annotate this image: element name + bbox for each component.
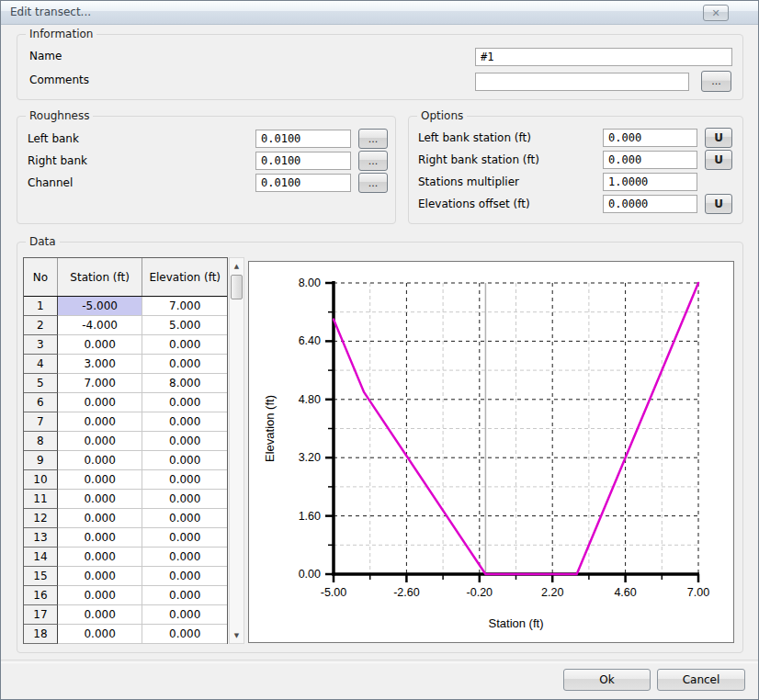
right-bank-station-label: Right bank station (ft) [418, 153, 539, 166]
table-row: 80.0000.000 [24, 432, 227, 451]
station-cell[interactable]: 0.000 [58, 335, 143, 355]
elevation-cell[interactable]: 0.000 [142, 470, 227, 490]
table-scrollbar[interactable]: ▲ ▼ [229, 257, 244, 644]
right-bank-input[interactable] [255, 152, 351, 170]
stations-multiplier-input[interactable] [603, 173, 697, 191]
elevations-offset-label: Elevations offset (ft) [418, 198, 530, 210]
header-elevation: Elevation (ft) [142, 258, 227, 296]
row-number-cell: 8 [24, 432, 58, 451]
elevation-cell[interactable]: 5.000 [142, 316, 227, 335]
data-group: Data No Station (ft) Elevation (ft) 1-5.… [17, 242, 743, 653]
comments-input[interactable] [475, 73, 689, 91]
station-cell[interactable]: 0.000 [58, 470, 143, 490]
station-cell[interactable]: 0.000 [58, 509, 143, 528]
table-row: 100.0000.000 [24, 470, 227, 490]
channel-input[interactable] [255, 174, 351, 192]
station-cell[interactable]: 0.000 [58, 451, 143, 470]
station-cell[interactable]: -4.000 [58, 316, 143, 335]
title-bar[interactable]: Edit transect... ✕ [1, 1, 758, 25]
row-number-cell: 17 [24, 605, 58, 625]
elevation-cell[interactable]: 0.000 [142, 393, 227, 412]
name-input[interactable] [475, 48, 732, 66]
row-number-cell: 18 [24, 625, 58, 644]
elevation-cell[interactable]: 0.000 [142, 548, 227, 567]
elevation-cell[interactable]: 0.000 [142, 625, 227, 644]
elevation-cell[interactable]: 0.000 [142, 355, 227, 374]
right-bank-station-u-button[interactable]: U [705, 150, 732, 170]
table-row: 57.0008.000 [24, 374, 227, 393]
table-row: 70.0000.000 [24, 412, 227, 432]
station-cell[interactable]: 0.000 [58, 586, 143, 605]
scroll-up-icon[interactable]: ▲ [230, 259, 244, 273]
comments-label: Comments [29, 73, 89, 86]
table-row: 180.0000.000 [24, 625, 227, 644]
station-cell[interactable]: 0.000 [58, 605, 143, 625]
comments-browse-button[interactable]: ... [701, 71, 731, 92]
row-number-cell: 15 [24, 567, 58, 586]
station-cell[interactable]: 0.000 [58, 412, 143, 432]
left-bank-station-input[interactable] [603, 129, 697, 147]
elevation-cell[interactable]: 0.000 [142, 586, 227, 605]
roughness-group-title: Roughness [26, 109, 93, 122]
table-row: 43.0000.000 [24, 355, 227, 374]
elevation-cell[interactable]: 0.000 [142, 528, 227, 548]
close-button[interactable]: ✕ [703, 5, 729, 21]
table-row: 140.0000.000 [24, 548, 227, 567]
table-row: 30.0000.000 [24, 335, 227, 355]
row-number-cell: 9 [24, 451, 58, 470]
table-row: 60.0000.000 [24, 393, 227, 412]
channel-browse-button[interactable]: ... [358, 173, 388, 193]
svg-text:-2.60: -2.60 [393, 586, 420, 599]
elevation-cell[interactable]: 7.000 [142, 297, 227, 316]
table-row: 2-4.0005.000 [24, 316, 227, 335]
information-group: Information Name Comments ... [17, 34, 743, 100]
elevation-cell[interactable]: 0.000 [142, 335, 227, 355]
row-number-cell: 2 [24, 316, 58, 335]
station-cell[interactable]: 0.000 [58, 432, 143, 451]
elevation-cell[interactable]: 0.000 [142, 490, 227, 509]
x-axis-title: Station (ft) [489, 616, 544, 630]
svg-text:4.80: 4.80 [299, 393, 321, 406]
station-cell[interactable]: 0.000 [58, 490, 143, 509]
elevation-cell[interactable]: 0.000 [142, 567, 227, 586]
elevations-offset-input[interactable] [603, 195, 697, 213]
name-label: Name [29, 50, 62, 62]
station-cell[interactable]: 0.000 [58, 393, 143, 412]
elevation-cell[interactable]: 0.000 [142, 509, 227, 528]
cancel-button[interactable]: Cancel [657, 669, 745, 691]
left-bank-browse-button[interactable]: ... [358, 129, 388, 149]
station-cell[interactable]: -5.000 [58, 297, 143, 316]
right-bank-station-input[interactable] [603, 151, 697, 169]
table-body: 1-5.0007.0002-4.0005.00030.0000.00043.00… [24, 297, 227, 644]
station-cell[interactable]: 3.000 [58, 355, 143, 374]
row-number-cell: 14 [24, 548, 58, 567]
left-bank-station-u-button[interactable]: U [705, 128, 732, 148]
elevation-cell[interactable]: 0.000 [142, 605, 227, 625]
left-bank-input[interactable] [255, 130, 351, 148]
station-cell[interactable]: 0.000 [58, 548, 143, 567]
elevation-cell[interactable]: 8.000 [142, 374, 227, 393]
elevation-cell[interactable]: 0.000 [142, 412, 227, 432]
scrollbar-thumb[interactable] [231, 275, 243, 299]
table-row: 130.0000.000 [24, 528, 227, 548]
elevations-offset-u-button[interactable]: U [705, 194, 732, 214]
scroll-down-icon[interactable]: ▼ [230, 628, 244, 642]
header-station: Station (ft) [58, 258, 143, 296]
svg-text:2.20: 2.20 [541, 586, 563, 599]
right-bank-browse-button[interactable]: ... [358, 151, 388, 171]
table-row: 120.0000.000 [24, 509, 227, 528]
table-row: 110.0000.000 [24, 490, 227, 509]
elevation-cell[interactable]: 0.000 [142, 451, 227, 470]
station-cell[interactable]: 0.000 [58, 567, 143, 586]
row-number-cell: 12 [24, 509, 58, 528]
ok-button[interactable]: Ok [563, 669, 651, 691]
row-number-cell: 11 [24, 490, 58, 509]
station-cell[interactable]: 7.000 [58, 374, 143, 393]
close-icon: ✕ [711, 7, 719, 19]
elevation-cell[interactable]: 0.000 [142, 432, 227, 451]
station-cell[interactable]: 0.000 [58, 528, 143, 548]
row-number-cell: 4 [24, 355, 58, 374]
right-bank-label: Right bank [28, 154, 87, 167]
station-cell[interactable]: 0.000 [58, 625, 143, 644]
svg-text:3.20: 3.20 [299, 451, 321, 464]
